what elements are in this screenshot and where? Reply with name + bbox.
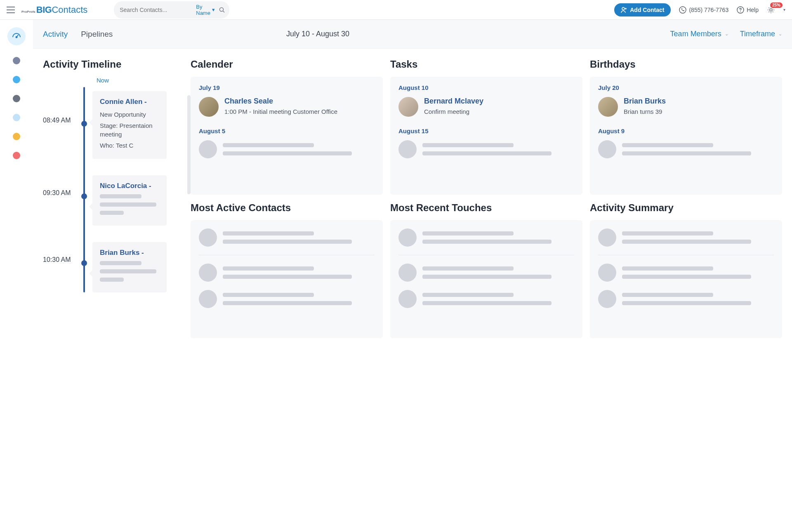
- top-header: ProProfs BIG Contacts By Name ▾ Add Cont…: [0, 0, 792, 20]
- mac-title: Most Active Contacts: [191, 202, 383, 214]
- skeleton-line: [100, 202, 156, 207]
- birthdays-person-row[interactable]: Brian Burks Brian turns 39: [598, 97, 774, 117]
- avatar: [398, 97, 418, 117]
- tab-pipelines[interactable]: Pipelines: [81, 30, 113, 39]
- search-icon[interactable]: [219, 7, 225, 13]
- timeline-card[interactable]: Nico LaCorcia -: [92, 175, 167, 226]
- sub-header: Activity Pipelines July 10 - August 30 T…: [33, 20, 792, 49]
- skeleton-line: [223, 240, 352, 244]
- timeline-detail: New Opportunity: [100, 110, 159, 119]
- svg-point-0: [219, 7, 223, 11]
- timeline-name: Brian Burks -: [100, 249, 159, 257]
- mac-card: [191, 220, 383, 338]
- skeleton-avatar: [598, 264, 616, 282]
- person-name: Bernard Mclavey: [424, 97, 483, 106]
- person-name: Charles Seale: [224, 97, 337, 106]
- divider: [199, 255, 375, 255]
- skeleton-line: [223, 293, 314, 297]
- skeleton-avatar: [598, 140, 616, 158]
- activity-summary-section: Activity Summary: [590, 202, 782, 338]
- skeleton-avatar: [199, 140, 217, 158]
- timeline-name: Connie Allen -: [100, 98, 159, 106]
- person-name: Brian Burks: [624, 97, 666, 106]
- skeleton-row: [199, 140, 375, 158]
- timeline-item: 10:30 AM Brian Burks -: [43, 242, 183, 292]
- search-wrap[interactable]: By Name ▾: [114, 1, 229, 19]
- timeline-time: 09:30 AM: [43, 175, 76, 197]
- logo-big: BIG: [36, 5, 52, 15]
- timeline-dot: [81, 121, 87, 127]
- help-link[interactable]: Help: [737, 6, 759, 14]
- skeleton-line: [422, 151, 552, 155]
- scrollbar[interactable]: [187, 95, 191, 194]
- skeleton-line: [100, 269, 156, 273]
- timeline-dot: [81, 260, 87, 266]
- timeline-card[interactable]: Connie Allen - New Opportunity Stage: Pr…: [92, 91, 167, 159]
- svg-point-5: [16, 37, 17, 38]
- skeleton-lines: [422, 231, 574, 244]
- timeframe-label: Timeframe: [740, 30, 775, 38]
- svg-point-1: [622, 7, 625, 10]
- skeleton-line: [622, 266, 713, 271]
- chevron-down-icon: ⌄: [778, 31, 782, 37]
- add-user-icon: [621, 7, 627, 13]
- team-members-label: Team Members: [670, 30, 721, 38]
- birthdays-card: July 20 Brian Burks Brian turns 39 Augus…: [590, 77, 782, 195]
- skeleton-line: [422, 275, 552, 279]
- menu-icon[interactable]: [7, 7, 15, 13]
- add-contact-label: Add Contact: [630, 7, 664, 13]
- skeleton-line: [100, 261, 141, 265]
- sidebar-dot-3[interactable]: [13, 114, 20, 121]
- tasks-date-1: August 10: [398, 84, 574, 91]
- sidebar-dot-4[interactable]: [13, 133, 20, 140]
- skeleton-line: [223, 301, 352, 305]
- skeleton-line: [422, 231, 514, 235]
- skeleton-row: [598, 264, 774, 282]
- skeleton-line: [422, 293, 514, 297]
- skeleton-lines: [622, 266, 774, 279]
- skeleton-lines: [422, 266, 574, 279]
- activity-timeline-column: Activity Timeline Now 08:49 AM Connie Al…: [43, 59, 183, 338]
- timeline-card[interactable]: Brian Burks -: [92, 242, 167, 292]
- search-input[interactable]: [120, 7, 192, 13]
- skeleton-row: [398, 140, 574, 158]
- skeleton-lines: [223, 231, 375, 244]
- timeline-detail: Stage: Presentaion meeting: [100, 121, 159, 139]
- content-grid: Activity Timeline Now 08:49 AM Connie Al…: [33, 49, 792, 348]
- skeleton-line: [422, 301, 552, 305]
- timeline-title: Activity Timeline: [43, 59, 183, 70]
- avatar: [598, 97, 618, 117]
- logo[interactable]: ProProfs BIG Contacts: [21, 5, 87, 15]
- skeleton-avatar: [199, 290, 217, 308]
- help-icon: [737, 6, 744, 14]
- settings-dropdown[interactable]: 25% ▾: [767, 6, 785, 14]
- tasks-person-row[interactable]: Bernard Mclavey Confirm meeting: [398, 97, 574, 117]
- timeline-dot: [81, 193, 87, 199]
- sidebar-dot-0[interactable]: [13, 57, 20, 64]
- tab-activity[interactable]: Activity: [43, 30, 68, 39]
- skeleton-line: [223, 143, 314, 147]
- timeline-time: 08:49 AM: [43, 91, 76, 124]
- calendar-person-row[interactable]: Charles Seale 1:00 PM - Initial meeting …: [199, 97, 375, 117]
- team-members-dropdown[interactable]: Team Members ⌄: [670, 30, 728, 38]
- help-label: Help: [747, 7, 759, 13]
- phone-display: (855) 776-7763: [679, 6, 728, 14]
- timeframe-dropdown[interactable]: Timeframe ⌄: [740, 30, 782, 38]
- now-label: Now: [22, 77, 183, 84]
- sidebar-dot-2[interactable]: [13, 95, 20, 102]
- timeline-item: 08:49 AM Connie Allen - New Opportunity …: [43, 91, 183, 159]
- calendar-date-2: August 5: [199, 127, 375, 134]
- skeleton-line: [422, 240, 552, 244]
- sidebar-dashboard-icon[interactable]: [7, 27, 26, 45]
- sidebar-dot-5[interactable]: [13, 152, 20, 159]
- skeleton-lines: [422, 143, 574, 155]
- skeleton-line: [622, 301, 751, 305]
- divider: [598, 255, 774, 255]
- skeleton-avatar: [199, 264, 217, 282]
- sidebar-dot-1[interactable]: [13, 76, 20, 83]
- settings-badge: 25%: [770, 2, 783, 8]
- skeleton-avatar: [398, 264, 417, 282]
- search-by-dropdown[interactable]: By Name ▾: [196, 4, 215, 16]
- avatar: [199, 97, 219, 117]
- add-contact-button[interactable]: Add Contact: [614, 3, 671, 16]
